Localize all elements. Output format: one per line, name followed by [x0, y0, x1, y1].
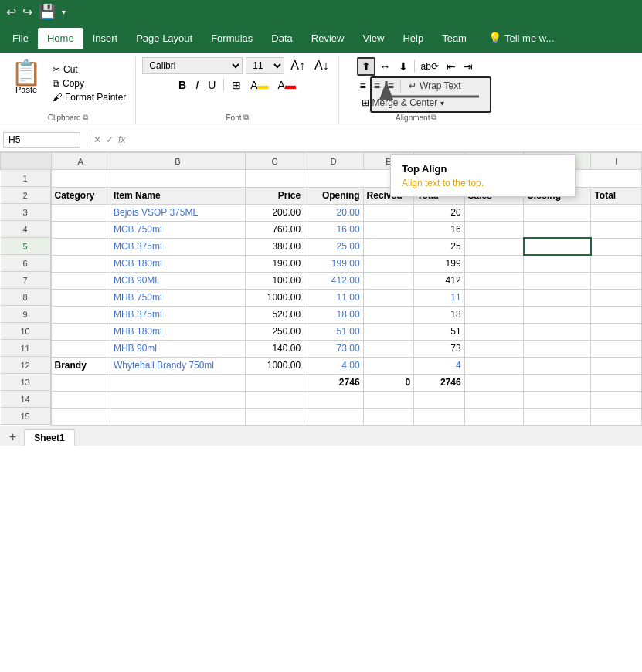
cell-i7[interactable]	[591, 272, 642, 289]
cancel-icon[interactable]: ✕	[93, 134, 101, 145]
menu-insert[interactable]: Insert	[83, 28, 127, 49]
cell-c5[interactable]: 380.00	[245, 238, 304, 255]
col-header-b[interactable]: B	[110, 153, 245, 170]
cell-d3[interactable]: 20.00	[304, 204, 363, 221]
cell-d14[interactable]	[304, 391, 363, 408]
cell-e14[interactable]	[363, 391, 414, 408]
cell-a14[interactable]	[51, 391, 110, 408]
cell-a11[interactable]	[51, 340, 110, 357]
cell-e9[interactable]	[363, 306, 414, 323]
cell-e11[interactable]	[363, 340, 414, 357]
indent-decrease-button[interactable]: ⇤	[443, 59, 459, 74]
cell-c1[interactable]	[245, 170, 304, 188]
cell-f12[interactable]: 4	[414, 357, 465, 374]
cell-f9[interactable]: 18	[414, 306, 465, 323]
cell-d10[interactable]: 51.00	[304, 323, 363, 340]
undo-button[interactable]: ↩	[6, 5, 16, 19]
cell-e4[interactable]	[363, 221, 414, 238]
cell-i11[interactable]	[591, 340, 642, 357]
save-button[interactable]: 💾	[39, 3, 56, 20]
cell-g3[interactable]	[464, 204, 523, 221]
align-left-button[interactable]: ≡	[357, 78, 369, 93]
cell-a2[interactable]: Category	[51, 187, 110, 204]
menu-review[interactable]: Review	[302, 28, 354, 49]
cell-b9[interactable]: MHB 375ml	[110, 306, 245, 323]
italic-button[interactable]: I	[192, 77, 202, 93]
cell-g11[interactable]	[464, 340, 523, 357]
cell-i2[interactable]: Total	[591, 187, 642, 204]
formula-input[interactable]	[128, 134, 639, 145]
cell-i5[interactable]	[591, 238, 642, 255]
cell-a5[interactable]	[51, 238, 110, 255]
cell-d8[interactable]: 11.00	[304, 289, 363, 306]
cell-d4[interactable]: 16.00	[304, 221, 363, 238]
cell-i4[interactable]	[591, 221, 642, 238]
font-color-button[interactable]: A▬	[275, 77, 299, 93]
menu-tell-me[interactable]: 💡 Tell me w...	[479, 27, 563, 49]
cell-c10[interactable]: 250.00	[245, 323, 304, 340]
cell-e13[interactable]: 0	[363, 374, 414, 391]
font-family-select[interactable]: Calibri	[142, 57, 243, 74]
cell-f15[interactable]	[414, 408, 465, 425]
cell-e3[interactable]	[363, 204, 414, 221]
cell-reference-box[interactable]: H5	[3, 132, 80, 148]
cell-a7[interactable]	[51, 272, 110, 289]
wrap-text-button[interactable]: ↵ Wrap Text	[404, 79, 466, 93]
col-header-a[interactable]: A	[51, 153, 110, 170]
cell-c2[interactable]: Price	[245, 187, 304, 204]
cell-i10[interactable]	[591, 323, 642, 340]
cell-a15[interactable]	[51, 408, 110, 425]
cell-d5[interactable]: 25.00	[304, 238, 363, 255]
borders-button[interactable]: ⊞	[229, 77, 244, 93]
cell-g7[interactable]	[464, 272, 523, 289]
cell-a1[interactable]	[51, 170, 110, 188]
cell-d13[interactable]: 2746	[304, 374, 363, 391]
cell-i3[interactable]	[591, 204, 642, 221]
cell-e5[interactable]	[363, 238, 414, 255]
menu-help[interactable]: Help	[393, 28, 433, 49]
menu-page-layout[interactable]: Page Layout	[127, 28, 202, 49]
cell-b11[interactable]: MHB 90ml	[110, 340, 245, 357]
cell-i12[interactable]	[591, 357, 642, 374]
cell-b8[interactable]: MHB 750ml	[110, 289, 245, 306]
font-grow-button[interactable]: A↑	[287, 57, 308, 74]
cell-c11[interactable]: 140.00	[245, 340, 304, 357]
customize-qat-button[interactable]: ▾	[62, 8, 66, 16]
middle-align-button[interactable]: ↔	[377, 59, 394, 74]
cell-d12[interactable]: 4.00	[304, 357, 363, 374]
cell-h12[interactable]	[524, 357, 591, 374]
cell-d2[interactable]: Opening	[304, 187, 363, 204]
cell-e10[interactable]	[363, 323, 414, 340]
cell-b14[interactable]	[110, 391, 245, 408]
cell-a6[interactable]	[51, 255, 110, 272]
cell-e7[interactable]	[363, 272, 414, 289]
cell-f14[interactable]	[414, 391, 465, 408]
cell-d6[interactable]: 199.00	[304, 255, 363, 272]
cell-b6[interactable]: MCB 180ml	[110, 255, 245, 272]
cell-a13[interactable]	[51, 374, 110, 391]
cell-f5[interactable]: 25	[414, 238, 465, 255]
cell-a3[interactable]	[51, 204, 110, 221]
underline-button[interactable]: U	[205, 77, 219, 93]
cell-a8[interactable]	[51, 289, 110, 306]
alignment-expand-icon[interactable]: ⧉	[431, 113, 436, 122]
cell-b3[interactable]: Bejois VSOP 375ML	[110, 204, 245, 221]
cell-a12[interactable]: Brandy	[51, 357, 110, 374]
cell-h6[interactable]	[524, 255, 591, 272]
cell-h3[interactable]	[524, 204, 591, 221]
cell-g6[interactable]	[464, 255, 523, 272]
format-painter-button[interactable]: 🖌 Format Painter	[49, 91, 129, 104]
cell-a9[interactable]	[51, 306, 110, 323]
align-right-button[interactable]: ≡	[385, 78, 397, 93]
cell-c13[interactable]	[245, 374, 304, 391]
cell-c9[interactable]: 520.00	[245, 306, 304, 323]
cell-c15[interactable]	[245, 408, 304, 425]
fill-color-button[interactable]: A▬	[247, 77, 271, 93]
cell-i9[interactable]	[591, 306, 642, 323]
confirm-icon[interactable]: ✓	[106, 134, 114, 145]
redo-button[interactable]: ↪	[22, 5, 32, 19]
cell-f3[interactable]: 20	[414, 204, 465, 221]
cell-h10[interactable]	[524, 323, 591, 340]
col-header-c[interactable]: C	[245, 153, 304, 170]
cell-c4[interactable]: 760.00	[245, 221, 304, 238]
